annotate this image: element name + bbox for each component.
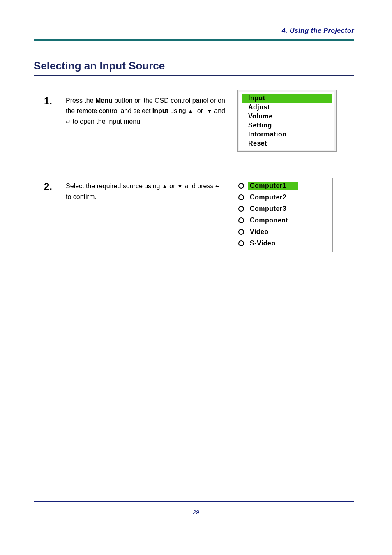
radio-icon	[238, 194, 244, 200]
step-1-text-e: and	[214, 107, 225, 114]
step-2-text-c: and press	[184, 183, 215, 190]
menu-item-reset[interactable]: Reset	[242, 139, 332, 148]
step-1-text: Press the Menu button on the OSD control…	[66, 95, 226, 127]
source-row-component[interactable]: Component	[238, 215, 328, 226]
menu-item-adjust[interactable]: Adjust	[242, 103, 332, 112]
section-title-rule	[34, 75, 354, 76]
source-row-computer2[interactable]: Computer2	[238, 192, 328, 203]
osd-main-menu: Input Adjust Volume Setting Information …	[237, 90, 337, 152]
header-right-text: 4. Using the Projector	[282, 27, 354, 35]
down-icon: ▼	[207, 106, 212, 116]
source-label-component: Component	[248, 216, 291, 224]
radio-icon	[238, 217, 244, 223]
step-1-text-a: Press the	[66, 97, 95, 104]
source-label-video: Video	[248, 228, 272, 236]
radio-icon	[238, 229, 244, 235]
menu-item-input[interactable]: Input	[242, 94, 332, 103]
menu-item-volume[interactable]: Volume	[242, 112, 332, 121]
source-row-computer1[interactable]: Computer1	[238, 180, 328, 192]
enter-icon: ↵	[66, 117, 71, 127]
header-rule	[34, 39, 354, 41]
source-row-video[interactable]: Video	[238, 226, 328, 238]
step-2-text: Select the required source using ▲ or ▼ …	[66, 181, 226, 202]
source-label-svideo: S-Video	[248, 239, 279, 247]
step-1-text-c: using	[170, 107, 188, 114]
up-icon: ▲	[188, 106, 194, 116]
step-2-number: 2.	[44, 181, 52, 192]
step-2-text-d: to confirm.	[66, 193, 97, 200]
osd-input-menu: Computer1 Computer2 Computer3 Component …	[237, 178, 333, 252]
step-2-text-b: or	[169, 183, 177, 190]
step-1-text-f: to open the Input menu.	[72, 118, 142, 125]
radio-icon	[238, 240, 244, 246]
step-1-menu-key: Menu	[95, 97, 113, 104]
enter-icon: ↵	[215, 181, 220, 192]
down-icon: ▼	[177, 181, 183, 192]
step-1-input-key: Input	[152, 107, 168, 114]
section-title: Selecting an Input Source	[34, 60, 165, 72]
source-row-computer3[interactable]: Computer3	[238, 203, 328, 215]
step-1-number: 1.	[44, 95, 52, 107]
radio-icon	[238, 183, 244, 189]
source-label-computer2: Computer2	[248, 193, 290, 201]
source-row-svideo[interactable]: S-Video	[238, 238, 328, 249]
radio-icon	[238, 206, 244, 212]
page-number: 29	[0, 509, 392, 516]
source-label-computer3: Computer3	[248, 205, 290, 213]
up-icon: ▲	[162, 181, 168, 192]
step-1-text-d: or	[195, 107, 205, 114]
menu-item-information[interactable]: Information	[242, 130, 332, 139]
menu-item-setting[interactable]: Setting	[242, 121, 332, 130]
footer-rule	[34, 501, 354, 502]
step-2-text-a: Select the required source using	[66, 183, 162, 190]
source-label-computer1: Computer1	[248, 182, 298, 190]
